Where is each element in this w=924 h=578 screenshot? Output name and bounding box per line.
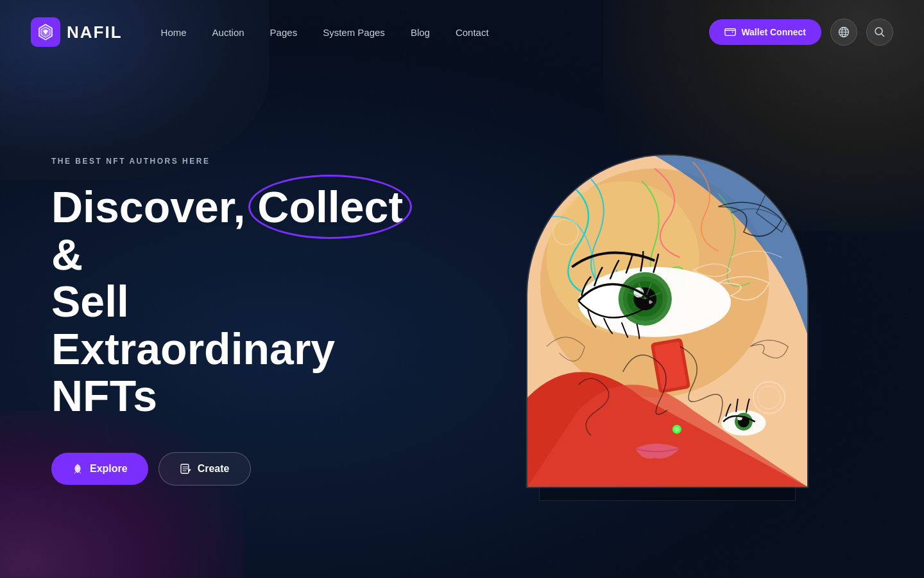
explore-button[interactable]: Explore [51, 453, 148, 485]
hero-right [424, 154, 873, 488]
svg-point-3 [875, 28, 882, 35]
nft-artwork [527, 155, 807, 487]
nav-auction[interactable]: Auction [212, 27, 244, 38]
svg-point-24 [674, 426, 680, 432]
headline-line3: NFTs [51, 371, 157, 420]
nav-contact[interactable]: Contact [456, 27, 489, 38]
nav-pages[interactable]: Pages [270, 27, 298, 38]
nav-system-pages[interactable]: System Pages [323, 27, 385, 38]
wallet-connect-button[interactable]: Wallet Connect [709, 19, 821, 45]
rocket-icon [72, 463, 83, 475]
logo-area[interactable]: NAFIL [31, 17, 123, 47]
search-icon [874, 26, 886, 38]
headline-line2: Sell Extraordinary [51, 277, 335, 372]
logo-text: NAFIL [67, 22, 123, 42]
header: NAFIL Home Auction Pages System Pages Bl… [0, 0, 924, 64]
svg-rect-0 [725, 29, 735, 36]
collect-oval-decoration [248, 175, 412, 239]
wallet-connect-label: Wallet Connect [741, 27, 806, 37]
svg-marker-22 [775, 155, 807, 206]
hero-section: THE BEST NFT AUTHORS HERE Discover, Coll… [0, 64, 924, 578]
nav-home[interactable]: Home [161, 27, 187, 38]
hero-tagline: THE BEST NFT AUTHORS HERE [51, 157, 424, 166]
headline-part1: Discover, [51, 182, 257, 231]
header-right: Wallet Connect [709, 19, 893, 46]
hero-left: THE BEST NFT AUTHORS HERE Discover, Coll… [51, 157, 424, 485]
create-icon [180, 463, 191, 475]
globe-icon [838, 26, 850, 38]
wallet-icon [724, 28, 736, 37]
hero-headline: Discover, Collect & Sell Extraordinary N… [51, 184, 424, 419]
headline-ampersand: & [51, 230, 83, 279]
globe-button[interactable] [830, 19, 857, 46]
logo-icon [31, 17, 60, 47]
headline-collect: Collect [257, 182, 403, 231]
search-button[interactable] [866, 19, 893, 46]
main-nav: Home Auction Pages System Pages Blog Con… [161, 27, 710, 38]
svg-point-4 [77, 467, 79, 469]
arch-frame [526, 154, 809, 488]
create-label: Create [198, 463, 230, 475]
hero-buttons: Explore Create [51, 452, 424, 486]
artwork-container [526, 154, 809, 488]
explore-label: Explore [90, 463, 128, 475]
nav-blog[interactable]: Blog [411, 27, 430, 38]
create-button[interactable]: Create [158, 452, 251, 486]
